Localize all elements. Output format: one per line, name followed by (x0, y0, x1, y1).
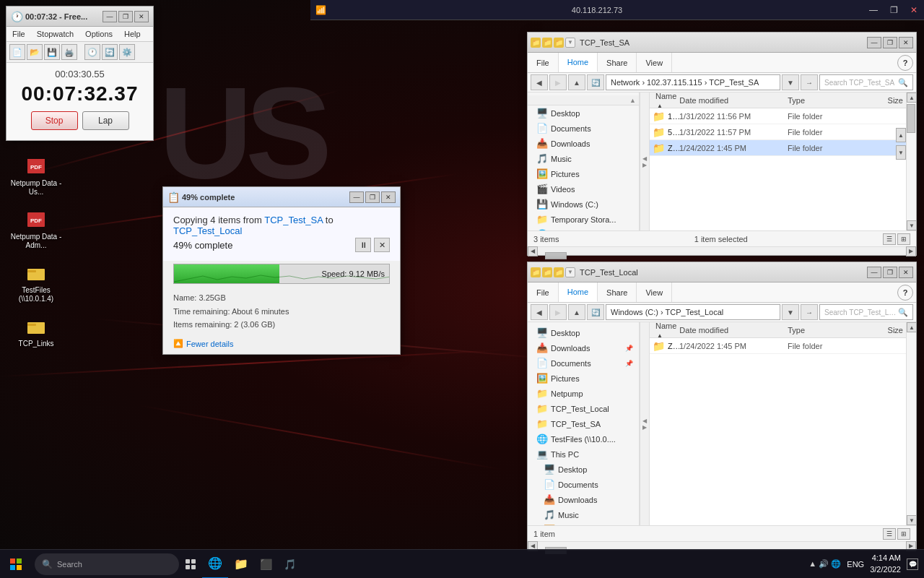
copy-pause-btn[interactable]: ⏸ (355, 238, 371, 252)
explorer-sa-forward-btn[interactable]: ▶ (549, 74, 567, 90)
explorer-local-address[interactable]: Windows (C:) › TCP_Test_Local (606, 304, 780, 320)
explorer-local-col-date[interactable]: Date modified (679, 326, 788, 335)
stopwatch-minimize-btn[interactable]: — (103, 11, 117, 22)
explorer-local-view-list-btn[interactable]: ☰ (883, 528, 896, 540)
explorer-sa-scroll-down[interactable]: ▼ (907, 220, 916, 230)
explorer-local-restore-btn[interactable]: ❐ (883, 267, 897, 278)
explorer-sa-close-btn[interactable]: ✕ (899, 37, 913, 48)
sidebar-local-tcp-test-local[interactable]: 📁 TCP_Test_Local (528, 401, 639, 416)
notifications-btn[interactable]: 💬 (907, 558, 918, 570)
explorer-sa-tab-home[interactable]: Home (559, 53, 598, 72)
sidebar-sa-music[interactable]: 🎵 Music (528, 151, 639, 166)
explorer-sa-hscroll-left[interactable]: ◀ (528, 246, 538, 256)
sidebar-local-downloads[interactable]: 📥 Downloads 📌 (528, 340, 639, 355)
sidebar-local-testfiles[interactable]: 🌐 TestFiles (\\10.0.... (528, 431, 639, 447)
sidebar-local-documents[interactable]: 📄 Documents 📌 (528, 355, 639, 371)
sidebar-sa-downloads[interactable]: 📥 Downloads (528, 136, 639, 151)
taskbar-clock[interactable]: 4:14 AM 3/2/2022 (870, 553, 901, 575)
toolbar-settings-btn[interactable]: ⚙️ (119, 44, 135, 60)
copy-stop-btn[interactable]: ✕ (374, 238, 390, 252)
explorer-sa-minimize-btn[interactable]: — (867, 37, 881, 48)
sidebar-local-this-pc-downloads[interactable]: 📥 Downloads (528, 492, 639, 507)
explorer-local-help-btn[interactable]: ? (897, 285, 913, 301)
taskbar-ie-btn[interactable]: 🌐 (202, 550, 228, 579)
stopwatch-menu-file[interactable]: File (6, 28, 31, 40)
stopwatch-stop-btn[interactable]: Stop (31, 111, 78, 130)
toolbar-print-btn[interactable]: 🖨️ (61, 44, 77, 60)
terminal-minimize-btn[interactable]: — (863, 0, 884, 20)
explorer-sa-scroll-thumb[interactable] (907, 104, 915, 133)
desktop-icon-testfiles[interactable]: TestFiles (\\10.0.1.4) (7, 259, 65, 306)
explorer-local-col-size[interactable]: Size (860, 326, 903, 335)
explorer-sa-sidebar-resize[interactable]: ◀ ▶ (640, 92, 650, 230)
sidebar-sa-windows-c[interactable]: 💾 Windows (C:) (528, 197, 639, 212)
explorer-sa-col-type[interactable]: Type (788, 96, 860, 105)
explorer-sa-up-btn[interactable]: ▲ (568, 74, 585, 90)
explorer-sa-view-grid-btn[interactable]: ⊞ (897, 233, 910, 245)
sidebar-sa-temp-store[interactable]: 📁 Temporary Stora... (528, 212, 639, 227)
explorer-local-scroll-down[interactable]: ▼ (907, 515, 916, 525)
explorer-sa-sidebar-collapse[interactable]: ▲ (528, 95, 639, 105)
stopwatch-menu-help[interactable]: Help (118, 28, 147, 40)
explorer-local-up-btn[interactable]: ▲ (568, 304, 585, 320)
explorer-local-tab-home[interactable]: Home (559, 282, 598, 302)
explorer-sa-restore-btn[interactable]: ❐ (883, 37, 897, 48)
explorer-sa-hscroll-thumb[interactable] (545, 252, 567, 259)
explorer-local-tab-share[interactable]: Share (598, 282, 637, 302)
sidebar-sa-videos[interactable]: 🎬 Videos (528, 181, 639, 197)
explorer-sa-search[interactable]: Search TCP_Test_SA 🔍 (819, 74, 913, 90)
sidebar-local-pictures[interactable]: 🖼️ Pictures (528, 371, 639, 386)
explorer-local-tab-file[interactable]: File (528, 282, 559, 302)
sidebar-local-this-pc-music[interactable]: 🎵 Music (528, 507, 639, 522)
terminal-close-btn[interactable]: ✕ (904, 0, 924, 20)
toolbar-open-btn[interactable]: 📂 (27, 44, 43, 60)
explorer-sa-col-name[interactable]: Name ▲ (653, 92, 679, 109)
explorer-sa-address-expand-btn[interactable]: ▼ (782, 74, 799, 90)
explorer-local-search[interactable]: Search TCP_Test_Local 🔍 (819, 304, 913, 320)
explorer-sa-help-btn[interactable]: ? (897, 55, 913, 71)
terminal-icon-btn[interactable]: 📶 (310, 0, 331, 20)
stopwatch-menu-options[interactable]: Options (79, 28, 118, 40)
sidebar-local-this-pc-desktop[interactable]: 🖥️ Desktop (528, 462, 639, 477)
copy-fewer-details-btn[interactable]: 🔼 Fewer details (163, 336, 400, 354)
explorer-sa-scroll-track[interactable] (907, 103, 916, 220)
sidebar-local-this-pc-documents[interactable]: 📄 Documents (528, 477, 639, 492)
explorer-sa-hscroll-right[interactable]: ▶ (906, 246, 916, 256)
explorer-sa-expand-up[interactable]: ▲ (896, 128, 906, 142)
explorer-sa-tab-share[interactable]: Share (598, 53, 637, 72)
desktop-icon-netpump-us[interactable]: PDF Netpump Data - Us... (7, 152, 65, 199)
stopwatch-restore-btn[interactable]: ❐ (118, 11, 133, 22)
explorer-local-address-expand-btn[interactable]: ▼ (782, 304, 799, 320)
explorer-sa-scroll-up[interactable]: ▲ (907, 92, 916, 103)
taskbar-media-btn[interactable]: 🎵 (278, 550, 302, 579)
sidebar-local-tcp-test-sa[interactable]: 📁 TCP_Test_SA (528, 416, 639, 431)
taskbar-files-btn[interactable]: 📁 (228, 550, 254, 579)
explorer-local-sidebar-resize[interactable]: ◀ ▶ (640, 322, 650, 525)
sidebar-local-desktop[interactable]: 🖥️ Desktop (528, 325, 639, 340)
desktop-icon-netpump-adm[interactable]: PDF Netpump Data - Adm... (7, 205, 65, 253)
taskbar-cmd-btn[interactable]: ⬛ (254, 550, 278, 579)
explorer-local-view-grid-btn[interactable]: ⊞ (897, 528, 910, 540)
stopwatch-lap-btn[interactable]: Lap (82, 111, 129, 130)
sidebar-sa-pictures[interactable]: 🖼️ Pictures (528, 166, 639, 181)
taskbar-task-view-btn[interactable] (179, 550, 202, 579)
explorer-sa-tab-view[interactable]: View (637, 53, 672, 72)
stopwatch-close-btn[interactable]: ✕ (134, 11, 149, 22)
explorer-sa-refresh-btn[interactable]: 🔄 (587, 74, 604, 90)
desktop-icon-tcplinks[interactable]: TCP_Links (7, 312, 65, 351)
copy-close-btn[interactable]: ✕ (381, 191, 396, 203)
sidebar-sa-desktop[interactable]: 🖥️ Desktop (528, 105, 639, 121)
explorer-sa-file-1[interactable]: 📁 1.9MB_3.25GB 1/31/2022 11:56 PM File f… (650, 108, 906, 124)
explorer-sa-address-go-btn[interactable]: → (801, 74, 818, 90)
explorer-sa-file-2[interactable]: 📁 550KB_994MB 1/31/2022 11:57 PM File fo… (650, 124, 906, 140)
sidebar-sa-documents[interactable]: 📄 Documents (528, 121, 639, 136)
stopwatch-menu-stopwatch[interactable]: Stopwatch (31, 28, 79, 40)
explorer-local-minimize-btn[interactable]: — (867, 267, 881, 278)
explorer-local-tab-view[interactable]: View (637, 282, 672, 302)
toolbar-refresh-btn[interactable]: 🔄 (102, 44, 118, 60)
taskbar-search[interactable]: 🔍 Search (35, 553, 179, 575)
copy-restore-btn[interactable]: ❐ (365, 191, 380, 203)
explorer-local-forward-btn[interactable]: ▶ (549, 304, 567, 320)
explorer-local-scroll-track[interactable] (907, 332, 916, 515)
explorer-local-close-btn[interactable]: ✕ (899, 267, 913, 278)
